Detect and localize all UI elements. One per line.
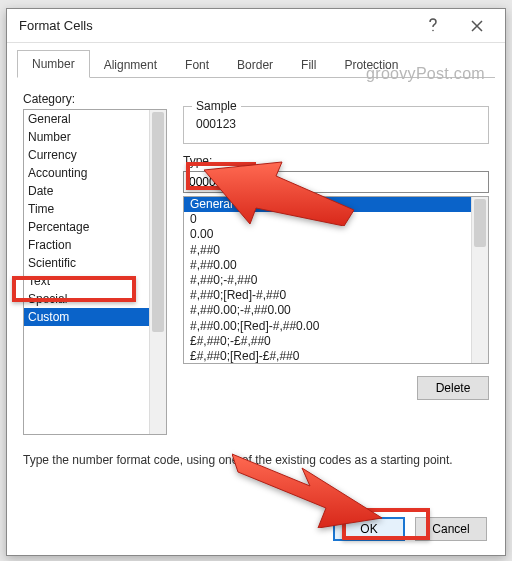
category-item[interactable]: Scientific bbox=[24, 254, 149, 272]
scrollbar[interactable] bbox=[149, 110, 166, 434]
tab-bar: Number Alignment Font Border Fill Protec… bbox=[17, 49, 495, 78]
format-item[interactable]: #,##0;-#,##0 bbox=[184, 273, 471, 288]
tab-alignment[interactable]: Alignment bbox=[90, 52, 171, 78]
category-item[interactable]: Fraction bbox=[24, 236, 149, 254]
category-label: Category: bbox=[23, 92, 167, 106]
category-item[interactable]: Percentage bbox=[24, 218, 149, 236]
cancel-button[interactable]: Cancel bbox=[415, 517, 487, 541]
category-item[interactable]: Custom bbox=[24, 308, 149, 326]
format-item[interactable]: 0 bbox=[184, 212, 471, 227]
format-item[interactable]: #,##0.00 bbox=[184, 258, 471, 273]
format-item[interactable]: 0.00 bbox=[184, 227, 471, 242]
category-item[interactable]: Text bbox=[24, 272, 149, 290]
category-listbox[interactable]: GeneralNumberCurrencyAccountingDateTimeP… bbox=[23, 109, 167, 435]
category-item[interactable]: Number bbox=[24, 128, 149, 146]
format-item[interactable]: £#,##0;[Red]-£#,##0 bbox=[184, 349, 471, 363]
tab-fill[interactable]: Fill bbox=[287, 52, 330, 78]
category-item[interactable]: Currency bbox=[24, 146, 149, 164]
scroll-thumb[interactable] bbox=[152, 112, 164, 332]
category-item[interactable]: Time bbox=[24, 200, 149, 218]
close-icon[interactable] bbox=[455, 11, 499, 41]
tab-font[interactable]: Font bbox=[171, 52, 223, 78]
tab-protection[interactable]: Protection bbox=[330, 52, 412, 78]
format-listbox[interactable]: General00.00#,##0#,##0.00#,##0;-#,##0#,#… bbox=[183, 196, 489, 364]
format-item[interactable]: £#,##0;-£#,##0 bbox=[184, 334, 471, 349]
type-label: Type: bbox=[183, 154, 489, 168]
window-title: Format Cells bbox=[19, 18, 411, 33]
hint-text: Type the number format code, using one o… bbox=[23, 453, 489, 467]
dialog-footer: OK Cancel bbox=[333, 517, 487, 541]
category-item[interactable]: General bbox=[24, 110, 149, 128]
category-item[interactable]: Date bbox=[24, 182, 149, 200]
format-cells-dialog: Format Cells Number Alignment Font Borde… bbox=[6, 8, 506, 556]
format-item[interactable]: General bbox=[184, 197, 471, 212]
tab-border[interactable]: Border bbox=[223, 52, 287, 78]
format-item[interactable]: #,##0.00;-#,##0.00 bbox=[184, 303, 471, 318]
tab-number[interactable]: Number bbox=[17, 50, 90, 78]
type-input[interactable] bbox=[183, 171, 489, 193]
category-item[interactable]: Accounting bbox=[24, 164, 149, 182]
scroll-thumb[interactable] bbox=[474, 199, 486, 247]
sample-value: 000123 bbox=[194, 117, 478, 131]
ok-button[interactable]: OK bbox=[333, 517, 405, 541]
category-item[interactable]: Special bbox=[24, 290, 149, 308]
sample-group: Sample 000123 bbox=[183, 106, 489, 144]
delete-button[interactable]: Delete bbox=[417, 376, 489, 400]
titlebar: Format Cells bbox=[7, 9, 505, 43]
format-item[interactable]: #,##0.00;[Red]-#,##0.00 bbox=[184, 319, 471, 334]
scrollbar[interactable] bbox=[471, 197, 488, 363]
format-item[interactable]: #,##0 bbox=[184, 243, 471, 258]
format-item[interactable]: #,##0;[Red]-#,##0 bbox=[184, 288, 471, 303]
svg-point-0 bbox=[432, 29, 434, 31]
help-icon[interactable] bbox=[411, 11, 455, 41]
sample-label: Sample bbox=[192, 99, 241, 113]
